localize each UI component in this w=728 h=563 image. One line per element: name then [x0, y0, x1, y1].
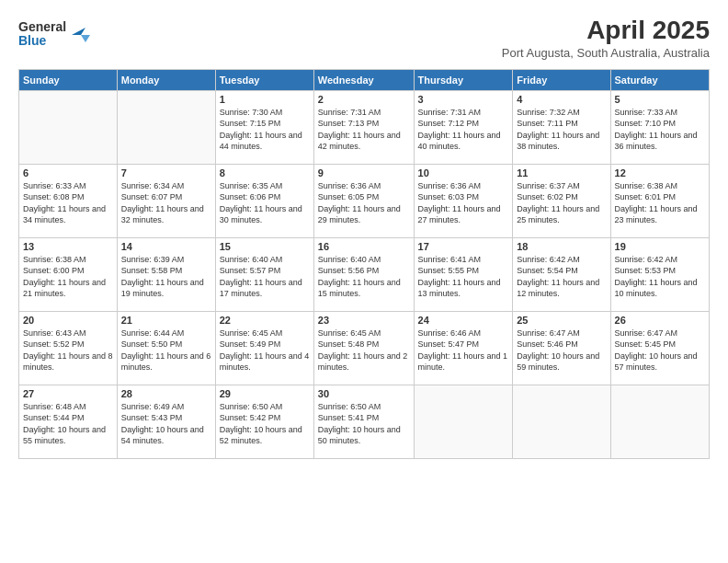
table-row: 18Sunrise: 6:42 AM Sunset: 5:54 PM Dayli…: [513, 237, 610, 311]
table-row: 28Sunrise: 6:49 AM Sunset: 5:43 PM Dayli…: [117, 385, 215, 458]
header-monday: Monday: [117, 69, 215, 90]
table-row: 13Sunrise: 6:38 AM Sunset: 6:00 PM Dayli…: [19, 237, 118, 311]
day-info: Sunrise: 6:41 AM Sunset: 5:55 PM Dayligh…: [418, 254, 509, 300]
day-info: Sunrise: 6:39 AM Sunset: 5:58 PM Dayligh…: [121, 254, 211, 300]
table-row: 20Sunrise: 6:43 AM Sunset: 5:52 PM Dayli…: [19, 311, 118, 385]
table-row: 16Sunrise: 6:40 AM Sunset: 5:56 PM Dayli…: [313, 237, 414, 311]
table-row: 2Sunrise: 7:31 AM Sunset: 7:13 PM Daylig…: [313, 90, 414, 164]
table-row: 23Sunrise: 6:45 AM Sunset: 5:48 PM Dayli…: [313, 311, 414, 385]
table-row: [414, 385, 513, 458]
day-number: 9: [318, 167, 410, 178]
svg-marker-3: [81, 35, 90, 42]
svg-marker-2: [72, 28, 85, 35]
table-row: 8Sunrise: 6:35 AM Sunset: 6:06 PM Daylig…: [215, 164, 313, 237]
day-info: Sunrise: 6:43 AM Sunset: 5:52 PM Dayligh…: [23, 327, 113, 373]
day-info: Sunrise: 7:31 AM Sunset: 7:13 PM Dayligh…: [318, 107, 410, 153]
table-row: 3Sunrise: 7:31 AM Sunset: 7:12 PM Daylig…: [414, 90, 513, 164]
day-info: Sunrise: 6:36 AM Sunset: 6:03 PM Dayligh…: [418, 180, 509, 226]
calendar: Sunday Monday Tuesday Wednesday Thursday…: [18, 69, 710, 459]
day-number: 8: [220, 167, 310, 178]
table-row: 11Sunrise: 6:37 AM Sunset: 6:02 PM Dayli…: [513, 164, 610, 237]
day-info: Sunrise: 6:38 AM Sunset: 6:00 PM Dayligh…: [23, 254, 113, 300]
day-number: 12: [615, 167, 705, 178]
subtitle: Port Augusta, South Australia, Australia: [502, 46, 710, 60]
table-row: [117, 90, 215, 164]
table-row: 14Sunrise: 6:39 AM Sunset: 5:58 PM Dayli…: [117, 237, 215, 311]
day-info: Sunrise: 6:50 AM Sunset: 5:41 PM Dayligh…: [318, 401, 410, 447]
day-info: Sunrise: 6:46 AM Sunset: 5:47 PM Dayligh…: [418, 327, 509, 373]
day-number: 5: [615, 94, 705, 105]
day-info: Sunrise: 7:32 AM Sunset: 7:11 PM Dayligh…: [517, 107, 606, 153]
day-info: Sunrise: 6:37 AM Sunset: 6:02 PM Dayligh…: [517, 180, 606, 226]
header-tuesday: Tuesday: [215, 69, 313, 90]
calendar-week-2: 6Sunrise: 6:33 AM Sunset: 6:08 PM Daylig…: [19, 164, 710, 237]
day-number: 17: [418, 241, 509, 252]
day-number: 19: [615, 241, 705, 252]
day-number: 13: [23, 241, 113, 252]
calendar-week-1: 1Sunrise: 7:30 AM Sunset: 7:15 PM Daylig…: [19, 90, 710, 164]
day-number: 23: [318, 315, 410, 326]
table-row: [19, 90, 118, 164]
day-number: 26: [615, 315, 705, 326]
day-number: 22: [220, 315, 310, 326]
logo: General Blue: [18, 15, 101, 52]
day-info: Sunrise: 6:44 AM Sunset: 5:50 PM Dayligh…: [121, 327, 211, 373]
day-number: 18: [517, 241, 606, 252]
header: General Blue April 2025 Port Augusta, So…: [18, 15, 710, 60]
calendar-header-row: Sunday Monday Tuesday Wednesday Thursday…: [19, 69, 710, 90]
day-number: 28: [121, 388, 211, 399]
day-number: 16: [318, 241, 410, 252]
day-number: 24: [418, 315, 509, 326]
day-info: Sunrise: 6:45 AM Sunset: 5:48 PM Dayligh…: [318, 327, 410, 373]
day-info: Sunrise: 6:47 AM Sunset: 5:45 PM Dayligh…: [615, 327, 705, 373]
table-row: 5Sunrise: 7:33 AM Sunset: 7:10 PM Daylig…: [610, 90, 709, 164]
table-row: 24Sunrise: 6:46 AM Sunset: 5:47 PM Dayli…: [414, 311, 513, 385]
main-title: April 2025: [502, 15, 710, 46]
table-row: 26Sunrise: 6:47 AM Sunset: 5:45 PM Dayli…: [610, 311, 709, 385]
header-thursday: Thursday: [414, 69, 513, 90]
day-number: 1: [220, 94, 310, 105]
table-row: 1Sunrise: 7:30 AM Sunset: 7:15 PM Daylig…: [215, 90, 313, 164]
day-info: Sunrise: 6:33 AM Sunset: 6:08 PM Dayligh…: [23, 180, 113, 226]
table-row: 12Sunrise: 6:38 AM Sunset: 6:01 PM Dayli…: [610, 164, 709, 237]
calendar-week-4: 20Sunrise: 6:43 AM Sunset: 5:52 PM Dayli…: [19, 311, 710, 385]
header-saturday: Saturday: [610, 69, 709, 90]
day-info: Sunrise: 6:40 AM Sunset: 5:56 PM Dayligh…: [318, 254, 410, 300]
table-row: 9Sunrise: 6:36 AM Sunset: 6:05 PM Daylig…: [313, 164, 414, 237]
table-row: [513, 385, 610, 458]
table-row: 4Sunrise: 7:32 AM Sunset: 7:11 PM Daylig…: [513, 90, 610, 164]
day-info: Sunrise: 6:36 AM Sunset: 6:05 PM Dayligh…: [318, 180, 410, 226]
calendar-week-5: 27Sunrise: 6:48 AM Sunset: 5:44 PM Dayli…: [19, 385, 710, 458]
day-number: 25: [517, 315, 606, 326]
day-number: 14: [121, 241, 211, 252]
day-number: 3: [418, 94, 509, 105]
header-sunday: Sunday: [19, 69, 118, 90]
table-row: 17Sunrise: 6:41 AM Sunset: 5:55 PM Dayli…: [414, 237, 513, 311]
day-number: 15: [220, 241, 310, 252]
day-number: 4: [517, 94, 606, 105]
day-info: Sunrise: 6:42 AM Sunset: 5:54 PM Dayligh…: [517, 254, 606, 300]
title-block: April 2025 Port Augusta, South Australia…: [502, 15, 710, 60]
day-number: 20: [23, 315, 113, 326]
svg-text:Blue: Blue: [18, 33, 47, 48]
table-row: 7Sunrise: 6:34 AM Sunset: 6:07 PM Daylig…: [117, 164, 215, 237]
table-row: 6Sunrise: 6:33 AM Sunset: 6:08 PM Daylig…: [19, 164, 118, 237]
table-row: 21Sunrise: 6:44 AM Sunset: 5:50 PM Dayli…: [117, 311, 215, 385]
day-info: Sunrise: 6:42 AM Sunset: 5:53 PM Dayligh…: [615, 254, 705, 300]
header-wednesday: Wednesday: [313, 69, 414, 90]
table-row: 15Sunrise: 6:40 AM Sunset: 5:57 PM Dayli…: [215, 237, 313, 311]
day-info: Sunrise: 6:34 AM Sunset: 6:07 PM Dayligh…: [121, 180, 211, 226]
day-info: Sunrise: 6:49 AM Sunset: 5:43 PM Dayligh…: [121, 401, 211, 447]
day-number: 6: [23, 167, 113, 178]
table-row: 25Sunrise: 6:47 AM Sunset: 5:46 PM Dayli…: [513, 311, 610, 385]
calendar-week-3: 13Sunrise: 6:38 AM Sunset: 6:00 PM Dayli…: [19, 237, 710, 311]
day-info: Sunrise: 7:33 AM Sunset: 7:10 PM Dayligh…: [615, 107, 705, 153]
svg-text:General: General: [18, 19, 66, 34]
day-number: 27: [23, 388, 113, 399]
logo-svg: General Blue: [18, 15, 101, 52]
day-info: Sunrise: 6:35 AM Sunset: 6:06 PM Dayligh…: [220, 180, 310, 226]
table-row: 29Sunrise: 6:50 AM Sunset: 5:42 PM Dayli…: [215, 385, 313, 458]
day-number: 2: [318, 94, 410, 105]
table-row: 19Sunrise: 6:42 AM Sunset: 5:53 PM Dayli…: [610, 237, 709, 311]
day-number: 21: [121, 315, 211, 326]
